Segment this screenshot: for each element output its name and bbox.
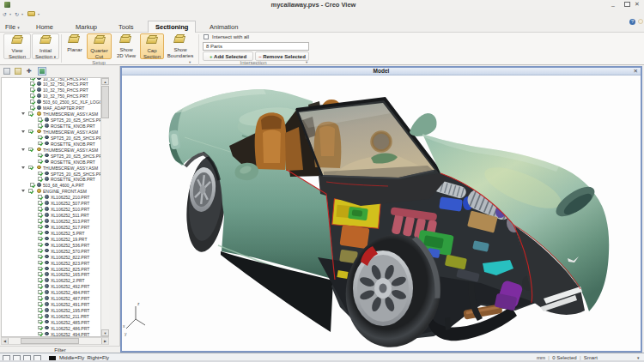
svg-text:y: y bbox=[125, 331, 127, 336]
svg-text:x: x bbox=[123, 323, 125, 329]
svg-text:z: z bbox=[137, 301, 140, 306]
